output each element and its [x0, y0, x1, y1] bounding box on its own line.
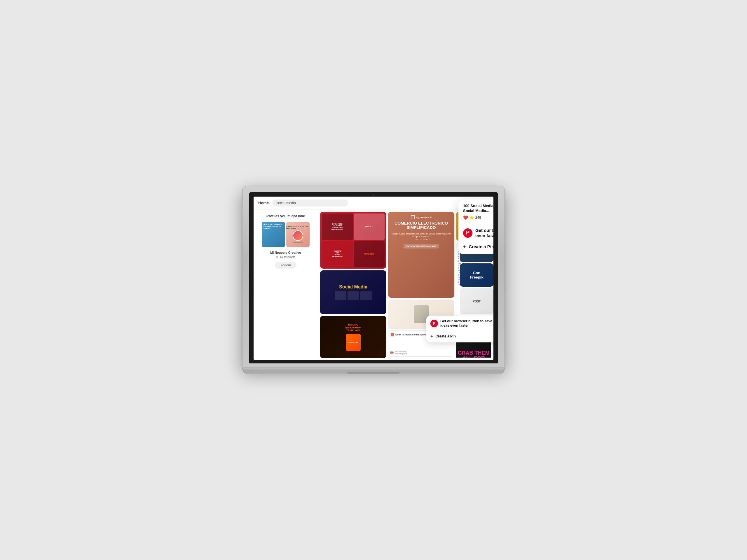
popup-create-text: Create a Pin: [469, 244, 493, 249]
pin-social-media[interactable]: Social Media: [320, 270, 386, 314]
pin-squarespace[interactable]: SQUARESPACE COMERCIO ELECTRÓNICO SIMPLIF…: [388, 212, 454, 298]
pin-red-collage[interactable]: OPEN FOODDE JUNHOE OPEN BBQDE CHURRAS HE…: [320, 212, 386, 269]
plus-icon: +: [463, 244, 466, 249]
pin-sq-quote: "Añadir nuevos productos a mi tienda de …: [392, 233, 451, 238]
pin-sc-promo: Promoted by: [395, 351, 407, 353]
profile-followers: 86.4k followers: [276, 256, 295, 259]
pin-sq-author: — ENY LEE PARKER: [413, 239, 430, 241]
pin-post[interactable]: POST: [460, 288, 493, 314]
pinterest-app: Home social media Profiles you might lov…: [254, 196, 493, 360]
profile-avatar: [293, 231, 303, 241]
popup-small-create-text: Create a Pin: [435, 334, 456, 338]
pin-red-inner: OPEN FOODDE JUNHOE OPEN BBQDE CHURRAS HE…: [322, 213, 385, 267]
laptop-base: [242, 368, 505, 374]
reaction-count: 249: [475, 216, 481, 220]
profiles-title: Profiles you might love: [258, 214, 313, 218]
popup-small-browser[interactable]: P Get our browser button to save ideas e…: [426, 316, 493, 331]
pinterest-logo: P: [463, 229, 472, 238]
pin-column-1: OPEN FOODDE JUNHOE OPEN BBQDE CHURRAS HE…: [320, 212, 386, 357]
popup-create-pin[interactable]: + Create a Pin: [458, 243, 493, 254]
star-emoji: ⭐: [469, 215, 474, 220]
pin-sc-by: Squarespace: [395, 353, 407, 355]
popup-browser-text: Get our browser button to save ideas eve…: [475, 228, 493, 238]
laptop-mockup: Home social media Profiles you might lov…: [242, 186, 505, 374]
pinterest-logo-small: P: [430, 320, 438, 327]
laptop-body: Home social media Profiles you might lov…: [242, 186, 505, 368]
pin-orange-text: BOXINGINSTAGRAMTEMPLATE: [345, 323, 361, 332]
pin-red-sub-3: CHURRASCOMACOMPANHAMENTO: [322, 241, 353, 267]
pin-sm-title: Social Media: [339, 284, 367, 290]
plus-icon-small: +: [430, 334, 433, 339]
nav-home-link[interactable]: Home: [258, 201, 269, 205]
popup-small: P Get our browser button to save ideas e…: [426, 316, 493, 342]
post-text: POST: [473, 300, 481, 303]
pin-red-sub-4: UNCRIBO: [354, 241, 385, 267]
pin-red-sub-2: HEINEKEN: [354, 213, 385, 240]
popup-browser-button[interactable]: P Get our browser button to save ideas e…: [458, 223, 493, 243]
pin-orange-dark[interactable]: BOXINGINSTAGRAMTEMPLATE BORN TO DIE: [320, 316, 386, 358]
laptop-screen: Home social media Profiles you might lov…: [254, 196, 493, 360]
screen-bezel: Home social media Profiles you might lov…: [249, 192, 498, 364]
search-bar[interactable]: social media: [272, 199, 348, 207]
follow-button[interactable]: Follow: [275, 262, 297, 269]
pin-con-freepik[interactable]: ConFreepik: [460, 263, 493, 287]
popup-pin-title: 100 Social Media Content Ideas For Engag…: [463, 204, 493, 213]
profile-images: How to fix 5 marketing mistakes you may …: [262, 222, 310, 247]
profile-card: How to fix 5 marketing mistakes you may …: [258, 222, 313, 269]
profile-img-left: How to fix 5 marketing mistakes you may …: [262, 222, 285, 247]
con-text: ConFreepik: [470, 271, 483, 279]
nav-bar: Home social media: [254, 196, 493, 209]
profile-name: Mi Negocio Creativo: [270, 251, 301, 254]
popup-pin-preview: 100 Social Media Content Ideas For Engag…: [458, 199, 493, 220]
popup-reactions: ❤️ ⭐ 249: [463, 215, 493, 220]
popup-small-text: Get our browser button to save ideas eve…: [440, 319, 493, 327]
pin-sq-cta[interactable]: EMPIEZA TU PRUEBA GRATIS: [404, 244, 439, 248]
pin-red-sub-1: OPEN FOODDE JUNHOE OPEN BBQDE CHURRAS: [322, 213, 353, 240]
popup-large: 100 Social Media Content Ideas For Engag…: [458, 199, 493, 254]
popup-small-create[interactable]: + Create a Pin: [426, 331, 493, 342]
profile-img-right: ¿CÓMO PUEDO RENTABILIZAR INSTAGRAM? micr…: [286, 222, 310, 247]
heart-emoji: ❤️: [463, 215, 468, 220]
left-panel: Profiles you might love How to fix 5 mar…: [254, 209, 318, 360]
pin-sq-title: COMERCIO ELECTRÓNICO SIMPLIFICADO: [392, 221, 451, 230]
camera: [373, 194, 375, 196]
